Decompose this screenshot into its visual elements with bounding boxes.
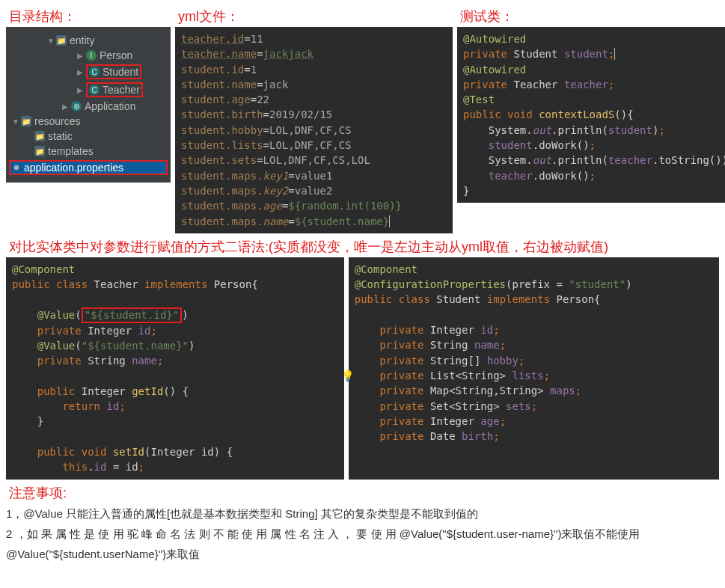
heading-yml: yml文件： — [175, 6, 453, 27]
chevron-right-icon: ▶ — [62, 102, 70, 111]
chevron-down-icon: ▼ — [47, 37, 55, 45]
teacher-class-code: @Component public class Teacher implemen… — [6, 257, 344, 480]
tree-class-person[interactable]: ▶IPerson — [6, 48, 171, 63]
lightbulb-icon[interactable]: 💡 — [341, 368, 354, 383]
properties-icon — [12, 163, 21, 172]
note-2: 2 ，如 果 属 性 是 使 用 驼 峰 命 名 法 则 不 能 使 用 属 性… — [6, 524, 719, 564]
heading-notice: 注意事项: — [6, 483, 719, 503]
heading-compare: 对比实体类中对参数进行赋值的方式二语法:(实质都没变，唯一是左边主动从yml取值… — [6, 236, 719, 257]
chevron-right-icon: ▶ — [77, 86, 85, 94]
tree-label: templates — [48, 145, 94, 157]
directory-tree: ▼📁entity ▶IPerson ▶CStudent ▶CTeacher ▶⚙… — [6, 27, 171, 183]
test-code: @Autowired private Student student; @Aut… — [457, 27, 725, 203]
folder-icon: 📁 — [34, 146, 45, 156]
heading-test: 测试类： — [457, 6, 725, 27]
tree-label: Teacher — [103, 84, 140, 96]
chevron-down-icon: ▼ — [12, 117, 19, 126]
tree-class-application[interactable]: ▶⚙Application — [6, 99, 171, 114]
tree-file-properties[interactable]: application.properties — [9, 160, 168, 175]
folder-icon: 📁 — [56, 35, 67, 46]
tree-label: entity — [70, 34, 94, 46]
tree-label: Application — [85, 100, 136, 112]
tree-label: resources — [34, 115, 80, 127]
notes-body: 1，@Value 只能注入普通的属性[也就是基本数据类型和 String] 其它… — [6, 503, 719, 564]
tree-folder-resources[interactable]: ▼📁resources — [6, 114, 171, 129]
tree-label: application.properties — [24, 162, 123, 174]
tree-label: static — [48, 130, 73, 142]
yml-code: teacher.id=11 teacher.name=jackjack stud… — [175, 27, 453, 233]
class-icon: I — [86, 50, 97, 61]
tree-folder-static[interactable]: 📁static — [6, 129, 171, 144]
tree-label: Person — [100, 49, 132, 61]
class-icon: C — [89, 85, 100, 95]
chevron-right-icon: ▶ — [77, 52, 85, 60]
tree-folder-templates[interactable]: 📁templates — [6, 144, 171, 159]
heading-directory: 目录结构： — [6, 6, 171, 27]
note-1: 1，@Value 只能注入普通的属性[也就是基本数据类型和 String] 其它… — [6, 503, 719, 524]
tree-class-teacher[interactable]: ▶CTeacher — [6, 81, 171, 99]
tree-class-student[interactable]: ▶CStudent — [6, 63, 171, 81]
student-class-code: @Component @ConfigurationProperties(pref… — [349, 257, 719, 480]
folder-icon: 📁 — [21, 116, 31, 126]
tree-folder-entity[interactable]: ▼📁entity — [6, 33, 171, 48]
tree-label: Student — [103, 66, 138, 78]
springboot-icon: ⚙ — [71, 101, 82, 111]
folder-icon: 📁 — [34, 131, 45, 141]
class-icon: C — [89, 67, 100, 77]
chevron-right-icon: ▶ — [77, 68, 85, 76]
